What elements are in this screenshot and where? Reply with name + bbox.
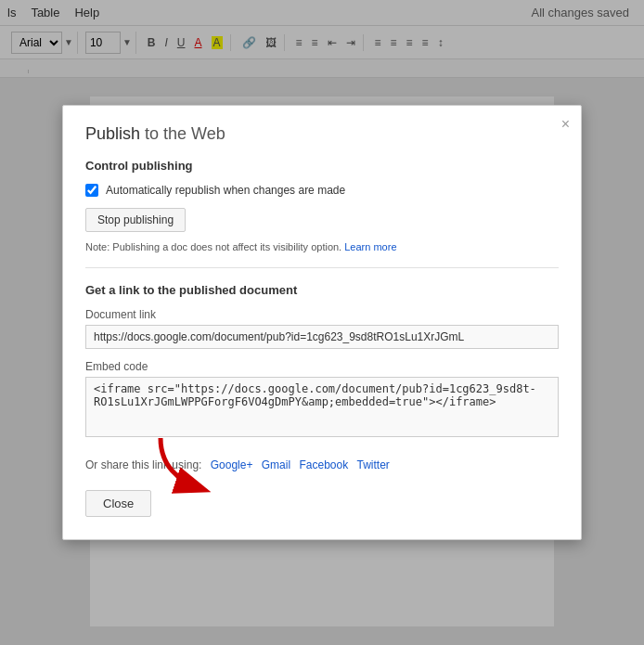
modal-overlay: × Publish to the Web Control publishing …: [0, 0, 644, 645]
share-twitter-link[interactable]: Twitter: [357, 458, 390, 471]
doc-link-input[interactable]: [85, 325, 559, 349]
embed-wrapper: <iframe src="https://docs.google.com/doc…: [85, 377, 559, 444]
share-facebook-link[interactable]: Facebook: [299, 458, 348, 471]
doc-link-label: Document link: [85, 308, 559, 321]
auto-republish-label: Automatically republish when changes are…: [106, 184, 345, 197]
divider: [85, 267, 559, 268]
embed-code-textarea[interactable]: <iframe src="https://docs.google.com/doc…: [85, 377, 559, 437]
publish-dialog: × Publish to the Web Control publishing …: [62, 105, 582, 540]
link-section-title: Get a link to the published document: [85, 283, 559, 297]
dialog-title: Publish to the Web: [85, 124, 559, 144]
stop-publishing-button[interactable]: Stop publishing: [85, 208, 186, 232]
share-gmail-link[interactable]: Gmail: [262, 458, 290, 471]
share-row: Or share this link using: Google+ Gmail …: [85, 458, 559, 471]
auto-republish-checkbox[interactable]: [85, 184, 98, 197]
share-google-plus-link[interactable]: Google+: [211, 458, 253, 471]
dialog-close-button[interactable]: ×: [561, 117, 570, 132]
note-text: Note: Publishing a doc does not affect i…: [85, 241, 559, 252]
embed-label: Embed code: [85, 360, 559, 373]
learn-more-link[interactable]: Learn more: [344, 241, 396, 252]
share-text: Or share this link using:: [85, 458, 201, 471]
auto-republish-row: Automatically republish when changes are…: [85, 184, 559, 197]
note-body: Note: Publishing a doc does not affect i…: [85, 241, 341, 252]
control-section-title: Control publishing: [85, 159, 559, 173]
close-button[interactable]: Close: [85, 490, 151, 517]
